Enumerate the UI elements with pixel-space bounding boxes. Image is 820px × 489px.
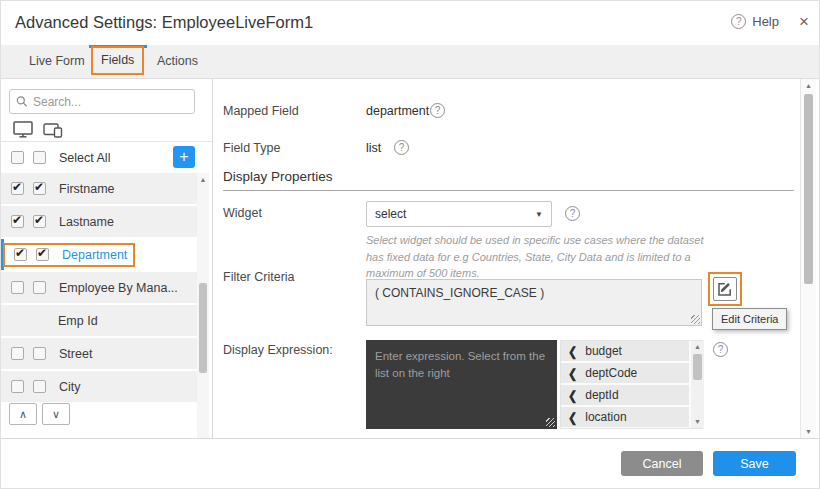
help-circle-icon: ? xyxy=(731,14,746,29)
move-down-button[interactable]: ∨ xyxy=(42,403,70,425)
mapped-field-help-icon[interactable]: ? xyxy=(430,103,445,118)
widget-helper-text: Select widget should be used in specific… xyxy=(366,232,708,282)
insert-left-icon: ❮ xyxy=(568,344,577,359)
select-all-mobile-checkbox[interactable] xyxy=(33,151,46,164)
mobile-checkbox[interactable] xyxy=(33,215,46,228)
dialog-title: Advanced Settings: EmployeeLiveForm1 xyxy=(15,13,313,32)
dialog-header: Advanced Settings: EmployeeLiveForm1 ? H… xyxy=(1,1,820,45)
cancel-button[interactable]: Cancel xyxy=(621,451,703,476)
field-label: Lastname xyxy=(59,215,114,229)
tab-fields[interactable]: Fields xyxy=(91,46,144,75)
mobile-devices-icon xyxy=(43,122,63,138)
tab-actions[interactable]: Actions xyxy=(149,45,206,78)
field-list: Firstname Lastname Department Employee B… xyxy=(1,173,197,404)
expression-field-label: location xyxy=(585,410,626,424)
mapped-field-label: Mapped Field xyxy=(223,104,299,118)
section-divider xyxy=(223,190,794,191)
expression-field-location[interactable]: ❮ location xyxy=(561,407,689,427)
web-checkbox[interactable] xyxy=(11,281,24,294)
field-row-firstname[interactable]: Firstname xyxy=(1,173,197,204)
field-type-value: list xyxy=(366,141,381,155)
expression-field-label: budget xyxy=(585,344,622,358)
search-input[interactable] xyxy=(33,95,188,109)
widget-help-icon[interactable]: ? xyxy=(565,206,580,221)
device-column-header xyxy=(1,118,212,142)
tab-live-form[interactable]: Live Form xyxy=(21,45,93,78)
main-panel-scrollbar[interactable]: ▲ ▼ xyxy=(800,79,816,438)
display-properties-heading: Display Properties xyxy=(223,169,333,184)
field-row-employee-by-manager[interactable]: Employee By Mana... xyxy=(1,272,197,303)
mobile-checkbox[interactable] xyxy=(33,380,46,393)
select-all-label: Select All xyxy=(59,151,110,165)
display-expression-textarea[interactable] xyxy=(366,340,557,429)
web-checkbox[interactable] xyxy=(11,182,24,195)
edit-pencil-icon xyxy=(717,281,733,297)
move-up-button[interactable]: ∧ xyxy=(9,403,37,425)
widget-select[interactable]: select ▼ xyxy=(366,201,552,227)
select-all-row: Select All + xyxy=(1,143,212,172)
web-checkbox[interactable] xyxy=(11,347,24,360)
mobile-checkbox[interactable] xyxy=(33,347,46,360)
edit-criteria-annotation xyxy=(708,272,742,306)
expression-fields-list: ❮ budget ❮ deptCode ❮ deptId ❮ location … xyxy=(560,340,703,429)
display-expression-help-icon[interactable]: ? xyxy=(713,342,728,357)
mapped-field-value: department xyxy=(366,104,429,118)
scroll-up-icon[interactable]: ▲ xyxy=(691,341,704,353)
expression-field-deptcode[interactable]: ❮ deptCode xyxy=(561,363,689,383)
help-label: Help xyxy=(752,14,779,29)
mobile-checkbox[interactable] xyxy=(36,248,49,261)
insert-left-icon: ❮ xyxy=(568,366,577,381)
reorder-buttons: ∧ ∨ xyxy=(9,403,70,425)
field-label: Emp Id xyxy=(58,314,98,328)
expression-field-deptid[interactable]: ❮ deptId xyxy=(561,385,689,405)
field-type-help-icon[interactable]: ? xyxy=(394,140,409,155)
field-row-department[interactable]: Department xyxy=(1,239,197,270)
mobile-checkbox[interactable] xyxy=(33,281,46,294)
web-checkbox[interactable] xyxy=(14,248,27,261)
search-icon xyxy=(16,95,28,108)
field-row-lastname[interactable]: Lastname xyxy=(1,206,197,237)
resize-handle-icon[interactable] xyxy=(691,315,700,324)
resize-handle-icon[interactable] xyxy=(546,418,555,427)
field-label: City xyxy=(59,380,81,394)
search-box xyxy=(9,89,195,114)
department-annotation: Department xyxy=(3,243,135,267)
web-checkbox[interactable] xyxy=(11,380,24,393)
add-field-button[interactable]: + xyxy=(173,146,195,168)
expression-list-scrollbar[interactable]: ▲ ▼ xyxy=(691,341,704,428)
edit-criteria-tooltip: Edit Criteria xyxy=(712,308,787,330)
scroll-down-icon[interactable]: ▼ xyxy=(691,416,704,428)
widget-select-value: select xyxy=(375,207,535,221)
filter-criteria-label: Filter Criteria xyxy=(223,270,295,284)
sidebar-scrollbar[interactable]: ▲ ▼ xyxy=(197,173,209,480)
field-row-emp-id[interactable]: Emp Id xyxy=(1,305,197,336)
close-icon[interactable]: × xyxy=(799,12,809,32)
scroll-up-icon[interactable]: ▲ xyxy=(197,173,209,186)
field-label: Department xyxy=(62,248,127,262)
select-all-web-checkbox[interactable] xyxy=(11,151,24,164)
field-type-label: Field Type xyxy=(223,141,280,155)
insert-left-icon: ❮ xyxy=(568,388,577,403)
display-expression-label: Display Expression: xyxy=(223,343,333,357)
expression-field-budget[interactable]: ❮ budget xyxy=(561,341,689,361)
scrollbar-thumb[interactable] xyxy=(804,94,813,284)
field-row-street[interactable]: Street xyxy=(1,338,197,369)
edit-criteria-button[interactable] xyxy=(713,277,737,301)
save-button[interactable]: Save xyxy=(713,451,796,476)
field-label: Employee By Mana... xyxy=(59,281,178,295)
expression-field-label: deptId xyxy=(585,388,618,402)
scrollbar-thumb[interactable] xyxy=(199,283,207,373)
chevron-down-icon: ▼ xyxy=(535,210,543,219)
field-row-city[interactable]: City xyxy=(1,371,197,402)
web-checkbox[interactable] xyxy=(11,215,24,228)
tab-bar: Live Form Fields Actions xyxy=(1,45,820,79)
mobile-checkbox[interactable] xyxy=(33,182,46,195)
scroll-up-icon[interactable]: ▲ xyxy=(801,79,816,92)
field-label: Street xyxy=(59,347,92,361)
desktop-icon xyxy=(13,121,33,138)
fields-sidebar: Select All + Firstname Lastname Departme… xyxy=(1,79,213,438)
scroll-down-icon[interactable]: ▼ xyxy=(801,425,816,438)
scrollbar-thumb[interactable] xyxy=(693,354,702,380)
help-button[interactable]: ? Help xyxy=(731,14,779,29)
filter-criteria-textarea[interactable]: ( CONTAINS_IGNORE_CASE ) xyxy=(366,279,702,326)
